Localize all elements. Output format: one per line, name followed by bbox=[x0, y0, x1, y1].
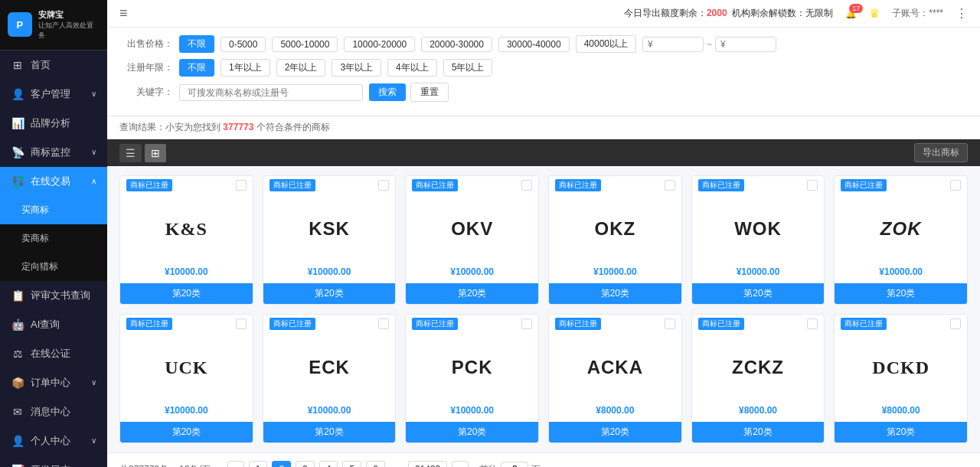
year-option-5[interactable]: 5年以上 bbox=[443, 59, 493, 77]
sidebar-item-home[interactable]: ⊞ 首页 bbox=[0, 51, 107, 80]
year-label: 注册年限： bbox=[119, 61, 173, 74]
sidebar-item-devlog[interactable]: 📝 开发日志 bbox=[0, 456, 107, 467]
trademark-card[interactable]: 商标已注册 PCK ¥10000.00 第20类 bbox=[405, 314, 539, 443]
card-body: PCK bbox=[406, 333, 538, 402]
page-2-button[interactable]: 2 bbox=[272, 461, 291, 467]
price-min-input[interactable] bbox=[642, 37, 704, 52]
card-checkbox[interactable] bbox=[378, 318, 389, 329]
year-option-2[interactable]: 2年以上 bbox=[276, 59, 326, 77]
sidebar-item-ai[interactable]: 🤖 AI查询 bbox=[0, 310, 107, 339]
list-view-button[interactable]: ☰ bbox=[119, 144, 142, 162]
sidebar-item-notarize[interactable]: ⚖ 在线公证 bbox=[0, 339, 107, 368]
ai-icon: 🤖 bbox=[11, 318, 24, 331]
trademark-card[interactable]: 商标已注册 K&S ¥10000.00 第20类 bbox=[119, 175, 253, 305]
page-jump-input[interactable] bbox=[501, 462, 528, 467]
order-icon: 📦 bbox=[11, 376, 24, 390]
sidebar-item-review[interactable]: 📋 评审文书查询 bbox=[0, 281, 107, 310]
menu-toggle-icon[interactable]: ≡ bbox=[119, 5, 128, 21]
card-status: 商标已注册 bbox=[126, 318, 172, 330]
card-checkbox[interactable] bbox=[950, 180, 961, 191]
trademark-card[interactable]: 商标已注册 KSK ¥10000.00 第20类 bbox=[263, 175, 397, 305]
price-option-40000-up[interactable]: 40000以上 bbox=[576, 35, 636, 53]
card-checkbox[interactable] bbox=[236, 318, 247, 329]
sidebar-item-trade[interactable]: 💱 在线交易 ∧ bbox=[0, 167, 107, 196]
page-1-button[interactable]: 1 bbox=[249, 461, 268, 467]
card-checkbox[interactable] bbox=[807, 180, 818, 191]
trademark-card[interactable]: 商标已注册 ACKA ¥8000.00 第20类 bbox=[548, 314, 682, 443]
year-option-4[interactable]: 4年以上 bbox=[387, 59, 437, 77]
card-category: 第20类 bbox=[549, 422, 681, 443]
trademark-card[interactable]: 商标已注册 OKZ ¥10000.00 第20类 bbox=[548, 175, 682, 305]
card-category: 第20类 bbox=[406, 283, 538, 304]
card-checkbox[interactable] bbox=[521, 318, 532, 329]
card-price: ¥8000.00 bbox=[692, 402, 825, 422]
devlog-icon: 📝 bbox=[11, 463, 24, 467]
trademark-card[interactable]: 商标已注册 ZCKZ ¥8000.00 第20类 bbox=[691, 314, 825, 443]
trademark-card[interactable]: 商标已注册 ECK ¥10000.00 第20类 bbox=[263, 314, 397, 443]
sidebar-item-buy[interactable]: 买商标 bbox=[0, 196, 107, 224]
year-option-unlimited[interactable]: 不限 bbox=[179, 59, 214, 77]
card-status: 商标已注册 bbox=[412, 179, 458, 191]
message-icon: ✉ bbox=[11, 405, 24, 419]
sidebar-item-brand[interactable]: 📊 品牌分析 bbox=[0, 109, 107, 138]
card-body: ECK bbox=[263, 333, 396, 402]
bell-badge: 17 bbox=[849, 4, 863, 13]
price-option-5000-10000[interactable]: 5000-10000 bbox=[272, 37, 338, 52]
price-range-input: ~ bbox=[642, 37, 776, 52]
card-price: ¥10000.00 bbox=[120, 402, 253, 422]
card-checkbox[interactable] bbox=[236, 180, 247, 191]
prev-page-button[interactable]: ‹ bbox=[227, 461, 244, 467]
trademark-card[interactable]: 商标已注册 DCKD ¥8000.00 第20类 bbox=[834, 314, 968, 443]
price-option-0-5000[interactable]: 0-5000 bbox=[220, 37, 266, 52]
sidebar-item-sell[interactable]: 卖商标 bbox=[0, 224, 107, 253]
next-page-button[interactable]: › bbox=[452, 461, 469, 467]
card-header: 商标已注册 bbox=[835, 315, 967, 333]
price-option-20000-30000[interactable]: 20000-30000 bbox=[421, 37, 492, 52]
content-area: 出售价格： 不限 0-5000 5000-10000 10000-20000 2… bbox=[107, 28, 980, 467]
sidebar-item-hunt[interactable]: 定向猎标 bbox=[0, 253, 107, 281]
grid-view-button[interactable]: ⊞ bbox=[145, 144, 166, 162]
sidebar-item-order[interactable]: 📦 订单中心 ∨ bbox=[0, 368, 107, 397]
trademark-card[interactable]: 商标已注册 UCK ¥10000.00 第20类 bbox=[119, 314, 253, 443]
keyword-input[interactable] bbox=[179, 84, 363, 101]
card-category: 第20类 bbox=[263, 422, 396, 443]
card-checkbox[interactable] bbox=[950, 318, 961, 329]
more-options-icon[interactable]: ⋮ bbox=[956, 6, 968, 21]
notarize-icon: ⚖ bbox=[11, 347, 24, 361]
card-checkbox[interactable] bbox=[807, 318, 818, 329]
price-max-input[interactable] bbox=[715, 37, 776, 52]
sidebar-item-profile[interactable]: 👤 个人中心 ∨ bbox=[0, 426, 107, 456]
sidebar-item-customer[interactable]: 👤 客户管理 ∨ bbox=[0, 80, 107, 109]
page-5-button[interactable]: 5 bbox=[342, 461, 361, 467]
page-4-button[interactable]: 4 bbox=[319, 461, 338, 467]
filter-area: 出售价格： 不限 0-5000 5000-10000 10000-20000 2… bbox=[107, 28, 980, 116]
year-option-3[interactable]: 3年以上 bbox=[332, 59, 381, 77]
reset-button[interactable]: 重置 bbox=[410, 83, 449, 102]
export-button[interactable]: 导出商标 bbox=[914, 143, 968, 162]
price-option-30000-40000[interactable]: 30000-40000 bbox=[498, 37, 570, 52]
page-6-button[interactable]: 6 bbox=[366, 461, 385, 467]
trade-icon: 💱 bbox=[11, 175, 24, 188]
price-option-10000-20000[interactable]: 10000-20000 bbox=[344, 37, 415, 52]
sidebar-item-monitor[interactable]: 📡 商标监控 ∨ bbox=[0, 138, 107, 167]
trademark-card[interactable]: 商标已注册 ZOK ¥10000.00 第20类 bbox=[834, 175, 968, 305]
year-filter-row: 注册年限： 不限 1年以上 2年以上 3年以上 4年以上 5年以上 bbox=[119, 59, 968, 77]
notification-bell[interactable]: 🔔17 bbox=[845, 8, 857, 19]
quota-label: 今日导出额度剩余：2000 机构剩余解锁数：无限制 bbox=[624, 7, 833, 20]
card-checkbox[interactable] bbox=[378, 180, 389, 191]
card-status: 商标已注册 bbox=[412, 318, 458, 330]
card-body: ACKA bbox=[549, 333, 681, 402]
trademark-card[interactable]: 商标已注册 OKV ¥10000.00 第20类 bbox=[405, 175, 539, 305]
year-option-1[interactable]: 1年以上 bbox=[220, 59, 270, 77]
card-category: 第20类 bbox=[120, 283, 253, 304]
price-option-unlimited[interactable]: 不限 bbox=[179, 35, 214, 53]
search-button[interactable]: 搜索 bbox=[369, 83, 406, 101]
trademark-card[interactable]: 商标已注册 WOK ¥10000.00 第20类 bbox=[691, 175, 825, 305]
card-checkbox[interactable] bbox=[665, 318, 675, 329]
last-page-button[interactable]: 31482 bbox=[408, 461, 447, 467]
page-3-button[interactable]: 3 bbox=[296, 461, 315, 467]
card-checkbox[interactable] bbox=[521, 180, 532, 191]
card-checkbox[interactable] bbox=[665, 180, 675, 191]
total-count: 共377773条 bbox=[119, 463, 168, 468]
sidebar-item-message[interactable]: ✉ 消息中心 bbox=[0, 397, 107, 426]
